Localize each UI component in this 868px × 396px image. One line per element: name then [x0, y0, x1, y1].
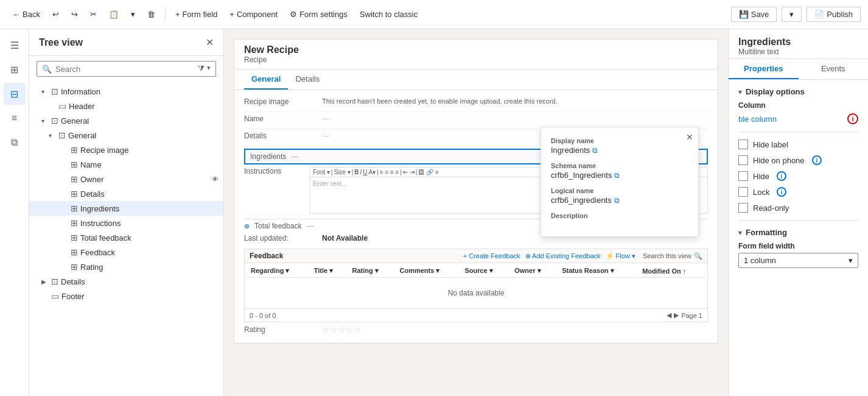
footer-icon: ▭ [51, 291, 59, 301]
tree-item-owner[interactable]: ⊞ Owner 👁 [29, 172, 223, 186]
right-panel-header: Ingredients Multiline text [729, 29, 868, 59]
back-button[interactable]: ← Back [7, 7, 45, 21]
col-modified-on: Modified On ↑ [637, 264, 706, 278]
lock-checkbox[interactable] [738, 187, 748, 197]
form-settings-button[interactable]: ⚙ Form settings [285, 7, 352, 21]
hide-checkbox[interactable] [738, 171, 748, 181]
tree-item-total-feedback[interactable]: ⊞ Total feedback [29, 230, 223, 245]
logical-name-copy-icon[interactable]: ⧉ [614, 196, 620, 205]
hide-label-checkbox[interactable] [738, 140, 748, 149]
undo-button[interactable]: ↩ [47, 7, 64, 21]
chevron-information: ▾ [41, 88, 49, 95]
formatting-collapse-icon: ▾ [738, 228, 742, 237]
tab-properties[interactable]: Properties [729, 59, 799, 79]
last-updated-label: Last updated: [244, 234, 317, 242]
feedback-empty-row: No data available [246, 279, 706, 307]
nav-menu-icon[interactable]: ☰ [4, 34, 26, 56]
tree-item-feedback[interactable]: ⊞ Feedback [29, 245, 223, 260]
tree-item-footer[interactable]: ▭ Footer [29, 289, 223, 303]
instructions-icon: ⊞ [71, 218, 78, 228]
lock-info-icon[interactable]: i [777, 187, 786, 197]
flow-link[interactable]: ⚡ Flow ▾ [606, 252, 635, 260]
tree-item-information[interactable]: ▾ ⊡ Information [29, 84, 223, 99]
tree-item-general-section[interactable]: ▾ ⊡ General [29, 113, 223, 128]
section-icon: ⊡ [51, 87, 58, 96]
column-option-row: ble column i [738, 113, 858, 124]
tree-view-title: Tree view [39, 37, 83, 48]
create-feedback-link[interactable]: + Create Feedback [463, 252, 520, 260]
save-dropdown-button[interactable]: ▾ [782, 7, 802, 22]
popup-schema-name-label: Schema name [551, 162, 688, 169]
tree-item-name[interactable]: ⊞ Name [29, 157, 223, 172]
hide-on-phone-checkbox[interactable] [738, 155, 748, 165]
name-label: Name [80, 160, 219, 169]
tree-item-details-field[interactable]: ⊞ Details [29, 186, 223, 201]
save-button[interactable]: 💾 Save [731, 7, 777, 22]
col-title: Title ▾ [309, 264, 346, 278]
search-box[interactable]: 🔍 ⧩ ▾ [37, 61, 216, 77]
readonly-checkbox[interactable] [738, 203, 748, 213]
section-divider-2 [738, 220, 858, 221]
redo-button[interactable]: ↪ [66, 7, 83, 21]
cut-button[interactable]: ✂ [85, 7, 102, 21]
popup-description-field: Description [551, 212, 688, 219]
right-panel-tabs: Properties Events [729, 59, 868, 80]
chevron-general: ▾ [41, 118, 49, 124]
popup-close-button[interactable]: ✕ [686, 132, 693, 142]
details-row-label: Details [244, 132, 317, 140]
feedback-label: Feedback [80, 248, 219, 257]
not-available-value: Not Available [322, 234, 368, 242]
nav-list-icon[interactable]: ≡ [4, 107, 26, 129]
filter-icon[interactable]: ⧩ [198, 64, 205, 74]
nav-components-icon[interactable]: ⧉ [4, 132, 26, 154]
tree-item-instructions[interactable]: ⊞ Instructions [29, 216, 223, 230]
tree-item-header[interactable]: ▭ Header [29, 99, 223, 113]
nav-layers-icon[interactable]: ⊟ [4, 83, 26, 105]
tree-item-general-sub[interactable]: ▾ ⊡ General [29, 128, 223, 143]
component-button[interactable]: + Component [225, 7, 282, 21]
dropdown-button[interactable]: ▾ [126, 7, 140, 21]
ingredients-icon: ⊞ [71, 203, 78, 213]
filter-dropdown-icon[interactable]: ▾ [207, 64, 211, 74]
feedback-section: Feedback + Create Feedback ⊕ Add Existin… [244, 249, 708, 322]
schema-name-copy-icon[interactable]: ⧉ [614, 171, 620, 180]
publish-button[interactable]: 📄 Publish [807, 7, 861, 22]
tab-events[interactable]: Events [799, 59, 869, 79]
add-existing-link[interactable]: ⊕ Add Existing Feedback [525, 252, 601, 260]
nav-apps-icon[interactable]: ⊞ [4, 58, 26, 80]
next-page-icon[interactable]: ▶ [674, 311, 679, 319]
total-feedback-expand-icon[interactable]: ⊕ [244, 222, 250, 230]
popup-logical-name-label: Logical name [551, 187, 688, 194]
feedback-search-icon[interactable]: 🔍 [694, 252, 702, 260]
info-icon-red[interactable]: i [847, 113, 858, 124]
search-input[interactable] [55, 65, 194, 74]
col-source: Source ▾ [460, 264, 508, 278]
hide-info-icon[interactable]: i [777, 171, 786, 181]
rating-row-label: Rating [244, 325, 317, 334]
tab-general[interactable]: General [244, 69, 288, 90]
delete-icon: 🗑 [147, 10, 155, 19]
form-field-button[interactable]: + Form field [170, 7, 222, 21]
total-feedback-value: — [306, 222, 313, 230]
hide-on-phone-info-icon[interactable]: i [812, 155, 822, 165]
tree-item-details-section[interactable]: ▶ ⊡ Details [29, 274, 223, 289]
delete-button[interactable]: 🗑 [142, 7, 160, 21]
ingredients-row-label: Ingredients [250, 152, 286, 161]
paste-button[interactable]: 📋 [104, 7, 124, 21]
tree-close-button[interactable]: ✕ [206, 37, 214, 48]
tab-details[interactable]: Details [288, 69, 327, 90]
tree-item-rating[interactable]: ⊞ Rating [29, 260, 223, 274]
plus-icon-2: + [229, 10, 234, 19]
tree-item-recipe-image[interactable]: ⊞ Recipe image [29, 143, 223, 157]
canvas-area: New Recipe Recipe General Details Recipe… [224, 29, 728, 396]
display-name-copy-icon[interactable]: ⧉ [592, 146, 598, 155]
details-field-icon: ⊞ [71, 189, 78, 199]
hide-label-row: Hide label [738, 140, 858, 149]
switch-classic-button[interactable]: Switch to classic [355, 7, 422, 21]
prev-page-icon[interactable]: ◀ [667, 311, 671, 319]
tree-item-ingredients[interactable]: ⊞ Ingredients [29, 201, 223, 216]
column-link[interactable]: ble column [738, 115, 777, 124]
display-options-header[interactable]: ▾ Display options [738, 87, 858, 96]
form-field-width-select[interactable]: 1 column ▾ [738, 253, 858, 268]
formatting-header[interactable]: ▾ Formatting [738, 228, 858, 237]
